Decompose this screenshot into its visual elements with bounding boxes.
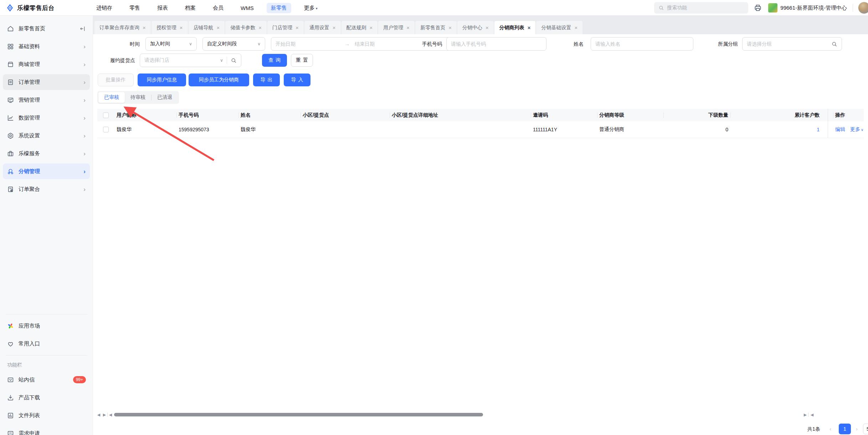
time-type-select[interactable]: 加入时间∨ [145,37,197,51]
close-icon[interactable]: × [333,25,336,31]
sidebar-item-label: 营销管理 [19,97,40,103]
scroll-left-icon[interactable]: ◀ [809,413,815,417]
sidebar-item[interactable]: 常用入口 [3,336,90,351]
user-avatar[interactable] [858,2,868,14]
close-icon[interactable]: × [217,25,220,31]
sidebar-item[interactable]: 新零售首页 [3,21,90,36]
row-cell: 0 [663,121,730,138]
store-avatar[interactable] [768,3,777,12]
scrollbar-thumb[interactable] [114,413,483,416]
sidebar-item[interactable]: 基础资料› [3,39,90,54]
close-icon[interactable]: × [143,25,146,31]
close-icon[interactable]: × [296,25,299,31]
grid-icon [7,43,14,50]
open-tab[interactable]: 通用设置× [304,21,341,34]
file-list-icon [7,412,14,419]
store-select[interactable]: 请选择门店 ∨ [140,54,241,67]
open-tab[interactable]: 新零售首页× [415,21,457,34]
open-tab[interactable]: 订单聚合库存查询× [94,21,151,34]
sidebar-item[interactable]: 需求申请 [3,425,90,435]
sidebar-item[interactable]: 站内信99+ [3,372,90,388]
sidebar-item[interactable]: 订单聚合› [3,181,90,197]
page-size-select[interactable]: 5 [863,424,868,434]
topnav-item[interactable]: 报表 [153,3,172,13]
sidebar-item[interactable]: 产品下载 [3,390,90,405]
open-tab[interactable]: 用户管理× [378,21,415,34]
tab-label: 授权管理 [156,25,176,31]
phone-input[interactable] [451,41,542,47]
close-icon[interactable]: × [370,25,373,31]
topnav-item[interactable]: 档案 [181,3,200,13]
table-row: 魏俊华15959295073魏俊华111111A1Y普通分销商01编辑更多∨ [97,121,864,138]
close-icon[interactable]: × [180,25,183,31]
sidebar-item[interactable]: 文件列表 [3,408,90,423]
open-tab[interactable]: 分销商列表× [494,21,536,34]
export-button[interactable]: 导出 [253,74,280,86]
sidebar-item[interactable]: 数据管理› [3,110,90,126]
name-input[interactable] [595,41,689,47]
sidebar-item[interactable]: 乐檬服务› [3,146,90,161]
open-tab[interactable]: 授权管理× [151,21,188,34]
global-search-input[interactable]: 搜索功能 [654,2,748,14]
open-tab[interactable]: 储值卡参数× [225,21,267,34]
topnav-item[interactable]: 进销存 [92,3,117,13]
close-icon[interactable]: × [258,25,262,31]
unread-badge: 99+ [73,376,86,383]
sidebar-item[interactable]: 分销管理› [3,163,90,179]
topnav-item[interactable]: WMS [236,3,258,13]
sync-user-info-button[interactable]: 同步用户信息 [138,74,186,86]
row-cell: 15959295073 [176,121,238,138]
scroll-right-edge-icon[interactable]: ▶ [802,413,808,417]
audit-status-tabs: 已审核待审核已清退 [97,91,179,104]
printer-icon[interactable] [754,4,762,12]
cell-value[interactable]: 1 [817,127,820,132]
prev-page-icon[interactable]: ‹ [830,423,831,435]
sidebar-item[interactable]: 订单管理› [3,74,90,90]
scroll-right-icon[interactable]: ▶ [102,413,107,417]
query-button[interactable]: 查询 [262,54,287,67]
sidebar-item[interactable]: 商城管理› [3,56,90,72]
next-page-icon[interactable]: › [856,423,858,435]
sidebar-item-label: 站内信 [19,376,35,383]
select-all-checkbox[interactable] [103,112,109,118]
sidebar-item[interactable]: 营销管理› [3,92,90,108]
open-tab[interactable]: 门店管理× [267,21,304,34]
topnav-item[interactable]: 零售 [125,3,144,13]
sync-staff-button[interactable]: 同步员工为分销商 [189,74,249,86]
topnav-item[interactable]: 会员 [209,3,228,13]
sidebar-item-label: 常用入口 [19,340,40,347]
close-icon[interactable]: × [574,25,577,31]
open-tab[interactable]: 分销基础设置× [536,21,582,34]
reset-button[interactable]: 重置 [291,54,313,67]
batch-operation-button[interactable]: 批量操作 [98,74,134,86]
close-icon[interactable]: × [448,25,452,31]
row-checkbox[interactable] [103,127,109,132]
more-link[interactable]: 更多 [850,126,860,133]
search-icon[interactable] [231,57,237,64]
header-cell: 手机号码 [176,109,238,121]
import-button[interactable]: 导入 [284,74,310,86]
sidebar-item[interactable]: 系统设置› [3,128,90,143]
current-page-button[interactable]: 1 [839,424,851,434]
column-divider [531,112,531,118]
status-tab[interactable]: 已清退 [151,92,178,103]
close-icon[interactable]: × [528,25,531,31]
start-date-input[interactable] [276,41,340,47]
open-tab[interactable]: 店铺导航× [189,21,225,34]
close-icon[interactable]: × [406,25,410,31]
edit-link[interactable]: 编辑 [835,126,845,133]
topnav-item[interactable]: 新零售 [267,3,291,13]
topnav-item[interactable]: 更多▾ [300,3,322,13]
close-icon[interactable]: × [486,25,489,31]
status-tab[interactable]: 已审核 [98,92,125,103]
scroll-left-icon[interactable]: ◀ [96,413,102,417]
status-tab[interactable]: 待审核 [125,92,151,103]
group-input[interactable] [747,41,831,47]
sidebar-item[interactable]: 应用市场 [3,318,90,334]
search-icon[interactable] [831,41,837,47]
collapse-sidebar-icon[interactable] [79,26,86,32]
open-tab[interactable]: 分销中心× [457,21,494,34]
open-tab[interactable]: 配送规则× [341,21,378,34]
range-type-select[interactable]: 自定义时间段∨ [202,37,265,51]
scroll-left-edge-icon[interactable]: ◀ [108,413,113,417]
